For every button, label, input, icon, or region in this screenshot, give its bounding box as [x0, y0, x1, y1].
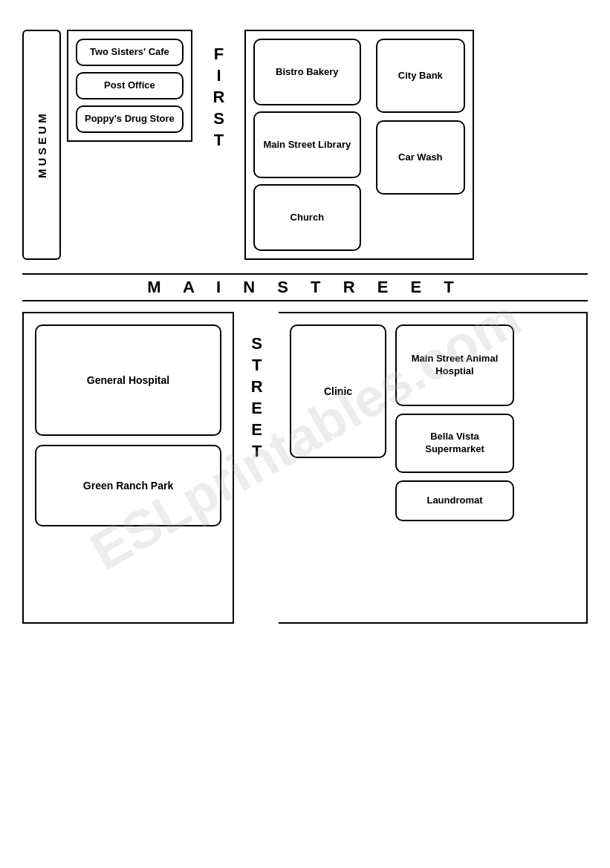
bottom-section: General Hospital Green Ranch Park STREET… — [22, 312, 588, 624]
top-right-group: Bistro Bakery Main Street Library Church… — [244, 30, 474, 260]
museum-block: MUSEUM — [22, 30, 61, 260]
bottom-right-col1: Clinic — [290, 324, 386, 458]
bottom-right-group: Clinic Main Street Animal Hosptial Bella… — [279, 312, 588, 624]
building-bistro-bakery: Bistro Bakery — [253, 39, 361, 105]
top-half: MUSEUM Two Sisters' Cafe Post Office Pop… — [22, 30, 588, 260]
top-left-group: Two Sisters' Cafe Post Office Poppy's Dr… — [67, 30, 192, 142]
first-street-top-label: FIRST — [200, 30, 237, 152]
bottom-right-col2: Main Street Animal Hosptial Bella Vista … — [395, 324, 514, 521]
building-post-office: Post Office — [76, 72, 184, 99]
building-two-sisters-cafe: Two Sisters' Cafe — [76, 39, 184, 66]
building-main-street-library: Main Street Library — [253, 111, 361, 178]
top-left-area: MUSEUM Two Sisters' Cafe Post Office Pop… — [22, 30, 192, 260]
main-street-label: M A I N S T R E E T — [22, 273, 588, 301]
bottom-left-group: General Hospital Green Ranch Park — [22, 312, 234, 624]
building-general-hospital: General Hospital — [35, 324, 221, 436]
building-church: Church — [253, 184, 361, 251]
building-green-ranch-park: Green Ranch Park — [35, 445, 221, 526]
first-street-bottom-text: STREET — [247, 334, 266, 463]
building-bella-vista-supermarket: Bella Vista Supermarket — [395, 414, 514, 473]
building-city-bank: City Bank — [376, 39, 465, 113]
building-car-wash: Car Wash — [376, 120, 465, 195]
top-right-col2: City Bank Car Wash — [376, 39, 465, 195]
building-laundromat: Laundromat — [395, 480, 514, 521]
map-container: ESLprintables.com MUSEUM Two Sisters' Ca… — [0, 0, 610, 868]
museum-label: MUSEUM — [36, 111, 48, 179]
building-clinic: Clinic — [290, 324, 386, 458]
building-main-street-animal-hospital: Main Street Animal Hosptial — [395, 324, 514, 406]
top-right-col1: Bistro Bakery Main Street Library Church — [253, 39, 361, 251]
building-poppys-drug-store: Poppy's Drug Store — [76, 105, 184, 133]
first-street-top-text: FIRST — [209, 45, 228, 152]
first-street-bottom-label: STREET — [234, 312, 279, 624]
